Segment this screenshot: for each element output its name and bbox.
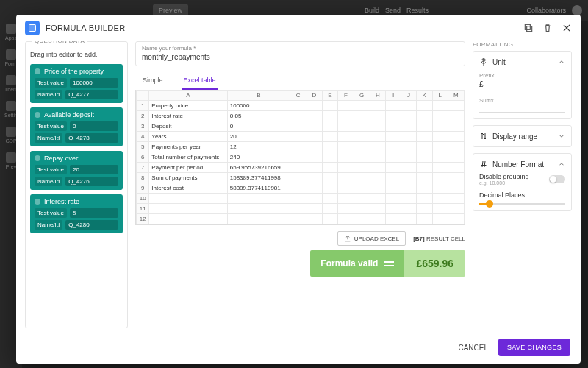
cell[interactable] xyxy=(338,152,354,163)
collaborators-label[interactable]: Collaborators xyxy=(526,7,566,14)
cell[interactable] xyxy=(448,173,464,183)
row-number[interactable]: 9 xyxy=(137,183,149,194)
cell[interactable] xyxy=(338,214,354,224)
cell[interactable] xyxy=(370,142,386,152)
cell[interactable] xyxy=(401,194,416,204)
spreadsheet[interactable]: ABCDEFGHIJKLM1Property price1000002Inter… xyxy=(135,90,465,225)
tab-results[interactable]: Results xyxy=(406,7,429,14)
cell[interactable] xyxy=(338,121,354,132)
cell[interactable]: 0 xyxy=(227,121,290,132)
cell[interactable] xyxy=(416,101,432,111)
cell[interactable] xyxy=(306,163,322,173)
cell[interactable] xyxy=(448,111,464,121)
cell[interactable] xyxy=(386,121,401,132)
cell[interactable]: Payment per period xyxy=(149,163,227,173)
cell[interactable] xyxy=(416,111,432,121)
cell[interactable] xyxy=(432,194,448,204)
column-header[interactable]: M xyxy=(448,91,464,101)
cell[interactable]: 58389.3774119981 xyxy=(227,183,290,194)
delete-icon[interactable] xyxy=(542,23,553,33)
cell[interactable] xyxy=(354,132,370,142)
table-row[interactable]: 9Interest cost58389.3774119981 xyxy=(137,183,465,194)
cell[interactable] xyxy=(416,163,432,173)
row-number[interactable]: 6 xyxy=(137,152,149,163)
cell[interactable] xyxy=(416,183,432,194)
question-card[interactable]: Price of the propertyTest value100000Nam… xyxy=(30,64,123,103)
column-header[interactable]: C xyxy=(290,91,306,101)
question-card[interactable]: Available depositTest value0Name/IdQ_427… xyxy=(30,107,123,146)
unit-header[interactable]: Unit xyxy=(479,57,565,66)
sidebar-item[interactable]: GDP xyxy=(5,127,16,144)
cell[interactable] xyxy=(401,121,416,132)
disable-grouping-toggle[interactable] xyxy=(549,175,565,183)
table-row[interactable]: 5Payments per year12 xyxy=(137,142,465,152)
cell[interactable] xyxy=(386,142,401,152)
cell[interactable] xyxy=(386,194,401,204)
cell[interactable] xyxy=(354,163,370,173)
row-number[interactable]: 4 xyxy=(137,132,149,142)
cell[interactable] xyxy=(386,204,401,214)
cell[interactable] xyxy=(306,101,322,111)
cell[interactable] xyxy=(306,152,322,163)
cell[interactable] xyxy=(354,183,370,194)
cell[interactable] xyxy=(354,121,370,132)
cell[interactable] xyxy=(306,194,322,204)
cell[interactable] xyxy=(401,173,416,183)
cell[interactable] xyxy=(432,183,448,194)
column-header[interactable]: L xyxy=(432,91,448,101)
cell[interactable] xyxy=(290,132,306,142)
cell[interactable] xyxy=(290,194,306,204)
display-range-section[interactable]: Display range xyxy=(473,125,572,147)
table-row[interactable]: 12 xyxy=(137,214,465,224)
table-row[interactable]: 4Years20 xyxy=(137,132,465,142)
cell[interactable] xyxy=(432,132,448,142)
cell[interactable] xyxy=(401,101,416,111)
cell[interactable] xyxy=(338,142,354,152)
formula-name-input[interactable]: monthly_repayments xyxy=(142,53,459,61)
cell[interactable] xyxy=(322,194,338,204)
drag-handle-icon[interactable] xyxy=(35,112,40,118)
cell[interactable] xyxy=(354,173,370,183)
cell[interactable] xyxy=(322,121,338,132)
cell[interactable] xyxy=(416,121,432,132)
cell[interactable] xyxy=(227,214,290,224)
cell[interactable] xyxy=(370,204,386,214)
suffix-input[interactable] xyxy=(479,104,565,113)
cell[interactable] xyxy=(322,152,338,163)
cell[interactable] xyxy=(401,204,416,214)
cell[interactable]: Payments per year xyxy=(149,142,227,152)
cell[interactable] xyxy=(432,101,448,111)
cell[interactable] xyxy=(386,173,401,183)
cell[interactable] xyxy=(401,132,416,142)
cell[interactable] xyxy=(401,214,416,224)
cell[interactable] xyxy=(432,173,448,183)
cell[interactable] xyxy=(338,101,354,111)
cell[interactable] xyxy=(290,142,306,152)
suffix-field[interactable]: Suffix xyxy=(479,97,565,113)
cell[interactable] xyxy=(386,183,401,194)
question-card[interactable]: Interest rateTest value5Name/IdQ_4280 xyxy=(30,194,123,233)
table-row[interactable]: 11 xyxy=(137,204,465,214)
cell[interactable] xyxy=(149,214,227,224)
cell[interactable] xyxy=(448,152,464,163)
cancel-button[interactable]: CANCEL xyxy=(458,344,488,352)
cell[interactable] xyxy=(401,183,416,194)
table-row[interactable]: 10 xyxy=(137,194,465,204)
table-row[interactable]: 6Total number of payments240 xyxy=(137,152,465,163)
cell[interactable]: Sum of payments xyxy=(149,173,227,183)
row-number[interactable]: 1 xyxy=(137,101,149,111)
sidebar-item[interactable]: Prev xyxy=(6,152,16,169)
cell[interactable] xyxy=(306,173,322,183)
cell[interactable]: Interest cost xyxy=(149,183,227,194)
cell[interactable] xyxy=(354,204,370,214)
cell[interactable] xyxy=(227,204,290,214)
cell[interactable] xyxy=(448,183,464,194)
row-number[interactable]: 2 xyxy=(137,111,149,121)
cell[interactable] xyxy=(370,173,386,183)
cell[interactable]: 100000 xyxy=(227,101,290,111)
cell[interactable] xyxy=(338,132,354,142)
result-cell-indicator[interactable]: [B7] RESULT CELL xyxy=(413,236,465,242)
row-number[interactable]: 3 xyxy=(137,121,149,132)
cell[interactable] xyxy=(322,183,338,194)
cell[interactable] xyxy=(448,163,464,173)
